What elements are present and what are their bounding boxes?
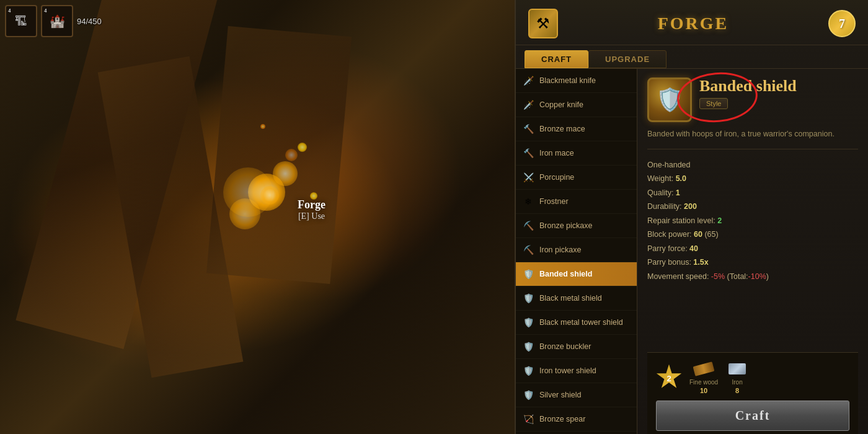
list-item-banded-shield[interactable]: 🛡️ Banded shield xyxy=(516,262,637,286)
item-icon-black-metal-tower-shield: 🛡️ xyxy=(522,316,534,329)
list-item-frostner[interactable]: ❄ Frostner xyxy=(516,190,637,214)
craft-footer: 2 Fine wood 10 xyxy=(647,352,858,434)
item-icon-frostner: ❄ xyxy=(522,195,534,208)
hud-item-2[interactable]: 4 🏰 xyxy=(41,5,73,37)
list-item-copper-knife[interactable]: 🗡️ Copper knife xyxy=(516,93,637,117)
tab-craft[interactable]: CRAFT xyxy=(525,50,588,68)
right-panel: ⚒ FORGE 7 CRAFT UPGRADE 🗡️ Blackmetal kn… xyxy=(515,0,868,434)
item-icon-banded-shield: 🛡️ xyxy=(522,268,534,280)
item-title-area: Banded shield Style xyxy=(699,78,858,109)
list-item-blackmetal-knife[interactable]: 🗡️ Blackmetal knife xyxy=(516,69,637,93)
quality-star-icon: 2 xyxy=(656,365,682,391)
item-label-banded-shield: Banded shield xyxy=(539,270,592,278)
bg-wood-3 xyxy=(206,26,352,284)
list-item-bronze-spear[interactable]: 🏹 Bronze spear xyxy=(516,407,637,432)
iron-count: 8 xyxy=(735,387,739,394)
stat-block-power: Block power: 60 (65) xyxy=(647,228,858,242)
item-icon-bronze-spear: 🏹 xyxy=(522,413,534,425)
stat-movement-speed: Movement speed: -5% (Total:-10%) xyxy=(647,270,858,284)
panel-title: FORGE xyxy=(658,14,729,33)
panel-header: ⚒ FORGE 7 xyxy=(516,0,868,45)
list-item-black-metal-tower-shield[interactable]: 🛡️ Black metal tower shield xyxy=(516,311,637,335)
item-icon-bronze-mace: 🔨 xyxy=(522,123,534,135)
list-item-iron-mace[interactable]: 🔨 Iron mace xyxy=(516,141,637,166)
list-item-bronze-pickaxe[interactable]: ⛏️ Bronze pickaxe xyxy=(516,214,637,238)
item-icon-iron-pickaxe: ⛏️ xyxy=(522,244,534,256)
stat-quality: Quality: 1 xyxy=(647,186,858,200)
item-label-frostner: Frostner xyxy=(539,197,569,206)
quality-level: 2 xyxy=(666,374,671,383)
list-item-black-metal-shield[interactable]: 🛡️ Black metal shield xyxy=(516,286,637,311)
forge-hint-label: [E] Use xyxy=(298,211,326,221)
item-label-bronze-buckler: Bronze buckler xyxy=(539,342,591,351)
item-icon-silver-shield: 🛡️ xyxy=(522,389,534,401)
spark-6 xyxy=(223,167,273,217)
item-label-iron-pickaxe: Iron pickaxe xyxy=(539,246,581,254)
iron-icon xyxy=(725,360,749,378)
item-big-icon: 🛡️ xyxy=(647,78,692,122)
panel-level-badge: 7 xyxy=(828,10,856,37)
forge-label: Forge [E] Use xyxy=(298,198,326,221)
hud-item1-icon: 🏗 xyxy=(15,14,27,29)
fine-wood-icon-shape xyxy=(693,361,715,376)
fine-wood-count: 10 xyxy=(700,387,707,394)
list-item-iron-tower-shield[interactable]: 🛡️ Iron tower shield xyxy=(516,359,637,383)
stat-weight: Weight: 5.0 xyxy=(647,172,858,186)
item-label-blackmetal-knife: Blackmetal knife xyxy=(539,76,596,85)
stat-durability: Durability: 200 xyxy=(647,200,858,214)
list-item-porcupine[interactable]: ⚔️ Porcupine xyxy=(516,166,637,190)
item-icon-porcupine: ⚔️ xyxy=(522,171,534,184)
tab-upgrade[interactable]: UPGRADE xyxy=(588,50,666,68)
item-name: Banded shield xyxy=(699,78,858,95)
item-icon-bronze-pickaxe: ⛏️ xyxy=(522,219,534,232)
stat-parry-force: Parry force: 40 xyxy=(647,242,858,256)
item-icon-iron-mace: 🔨 xyxy=(522,147,534,159)
list-item-bronze-buckler[interactable]: 🛡️ Bronze buckler xyxy=(516,335,637,359)
stat-divider-1 xyxy=(647,149,858,149)
item-icon-copper-knife: 🗡️ xyxy=(522,99,534,111)
spark-4 xyxy=(285,149,298,161)
item-label-bronze-mace: Bronze mace xyxy=(539,125,585,133)
item-icon-blackmetal-knife: 🗡️ xyxy=(522,74,534,87)
list-item-bronze-mace[interactable]: 🔨 Bronze mace xyxy=(516,117,637,141)
content-area: 🗡️ Blackmetal knife 🗡️ Copper knife 🔨 Br… xyxy=(516,69,868,434)
item-icon-black-metal-shield: 🛡️ xyxy=(522,292,534,304)
tabs-row: CRAFT UPGRADE xyxy=(516,45,868,69)
stats-block: One-handed Weight: 5.0 Quality: 1 Durabi… xyxy=(647,158,858,284)
hud-topleft: 4 🏗 4 🏰 94/450 xyxy=(5,5,102,37)
item-list[interactable]: 🗡️ Blackmetal knife 🗡️ Copper knife 🔨 Br… xyxy=(516,69,637,434)
list-item-iron-pickaxe[interactable]: ⛏️ Iron pickaxe xyxy=(516,238,637,262)
hud-item1-badge: 4 xyxy=(8,7,11,14)
detail-panel: 🛡️ Banded shield Style Banded with hoops… xyxy=(637,69,868,434)
hud-item2-icon: 🏰 xyxy=(50,14,65,29)
item-label-copper-knife: Copper knife xyxy=(539,100,583,109)
forge-icon-glyph: ⚒ xyxy=(536,15,550,32)
item-icon-bronze-buckler: 🛡️ xyxy=(522,340,534,353)
item-label-iron-tower-shield: Iron tower shield xyxy=(539,366,596,375)
req-item-iron: Iron 8 xyxy=(725,360,749,394)
spark-9 xyxy=(260,124,265,129)
list-item-silver-shield[interactable]: 🛡️ Silver shield xyxy=(516,383,637,407)
fine-wood-icon xyxy=(692,360,715,378)
item-label-bronze-pickaxe: Bronze pickaxe xyxy=(539,221,592,230)
spark-7 xyxy=(298,143,307,152)
item-label-iron-mace: Iron mace xyxy=(539,149,574,157)
list-item-ancient-bark-spear[interactable]: 🏹 Ancient bark spear xyxy=(516,432,637,434)
item-label-black-metal-tower-shield: Black metal tower shield xyxy=(539,318,623,327)
item-description: Banded with hoops of iron, a true warrio… xyxy=(647,128,858,140)
forge-name-label: Forge xyxy=(298,198,326,211)
stat-type: One-handed xyxy=(647,158,858,172)
style-badge[interactable]: Style xyxy=(699,98,728,109)
stat-parry-bonus: Parry bonus: 1.5x xyxy=(647,255,858,270)
forge-icon: ⚒ xyxy=(528,9,558,38)
craft-button[interactable]: Craft xyxy=(656,401,849,431)
iron-label: Iron xyxy=(732,379,743,386)
iron-icon-shape xyxy=(728,363,746,374)
item-label-porcupine: Porcupine xyxy=(539,173,574,182)
hud-item2-badge: 4 xyxy=(44,7,47,14)
hud-item-1[interactable]: 4 🏗 xyxy=(5,5,37,37)
item-header: 🛡️ Banded shield Style xyxy=(647,78,858,122)
fine-wood-label: Fine wood xyxy=(689,379,718,386)
req-item-fine-wood: Fine wood 10 xyxy=(689,360,718,394)
item-label-bronze-spear: Bronze spear xyxy=(539,415,585,423)
